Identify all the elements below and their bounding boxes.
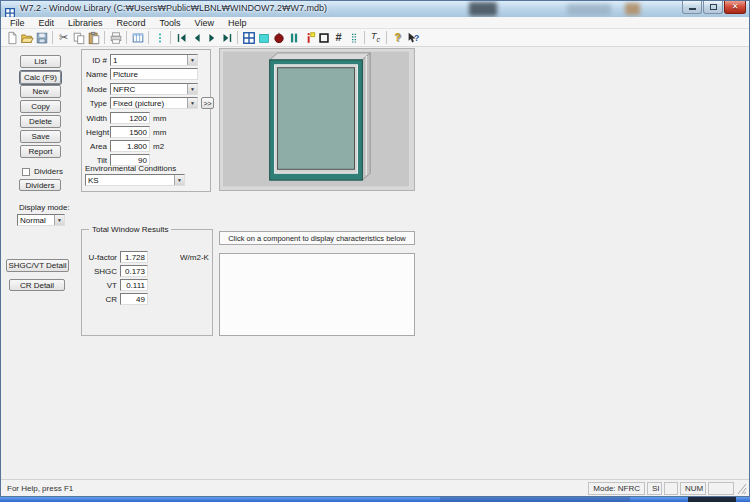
shgc-label: SHGC (86, 267, 117, 276)
report-button[interactable]: Report (20, 145, 61, 158)
display-mode-select[interactable]: Normal ▼ (17, 214, 65, 226)
calc-button[interactable]: Calc (F9) (20, 71, 61, 84)
app-icon (5, 4, 15, 14)
width-unit: mm (153, 114, 166, 123)
id-select[interactable]: 1 ▼ (110, 54, 198, 66)
save-icon[interactable] (34, 30, 49, 46)
id-label: ID # (86, 56, 107, 65)
menu-record[interactable]: Record (110, 17, 153, 29)
chevron-down-icon[interactable]: ▼ (187, 84, 197, 94)
chevron-down-icon[interactable]: ▼ (187, 55, 197, 65)
copy-icon[interactable] (71, 30, 86, 46)
open-icon[interactable] (19, 30, 34, 46)
list-button[interactable]: List (20, 55, 61, 68)
mode-value: NFRC (113, 85, 187, 94)
prev-record-icon[interactable] (189, 30, 204, 46)
menu-edit[interactable]: Edit (32, 17, 62, 29)
type-select[interactable]: Fixed (picture) ▼ (110, 97, 198, 109)
save-button[interactable]: Save (20, 130, 61, 143)
frame-top-face[interactable] (270, 53, 371, 60)
cut-icon[interactable]: ✂ (56, 30, 71, 46)
aero-glass-smudge (469, 2, 497, 16)
environmental-conditions-label: Environmental Conditions (85, 164, 176, 173)
vt-label: VT (86, 281, 117, 290)
id-value: 1 (113, 56, 187, 65)
taskbar-item (440, 497, 630, 502)
aero-glass-smudge (567, 4, 611, 15)
menu-tools[interactable]: Tools (153, 17, 188, 29)
shgc-vt-detail-button[interactable]: SHGC/VT Detail (6, 259, 69, 272)
window-library-icon[interactable] (241, 30, 256, 46)
vt-value: 0.111 (120, 279, 148, 291)
titlebar: W7.2 - Window Library (C:₩Users₩Public₩L… (1, 1, 749, 17)
delete-button[interactable]: Delete (20, 115, 61, 128)
width-label: Width (86, 114, 107, 123)
close-icon: ✕ (732, 3, 739, 11)
aero-glass-smudge (625, 3, 640, 15)
menu-libraries[interactable]: Libraries (61, 17, 110, 29)
window-preview-panel (219, 48, 415, 191)
maximize-button[interactable] (703, 1, 723, 14)
grid-icon[interactable]: # (331, 30, 346, 46)
window-3d-preview[interactable] (220, 49, 414, 190)
menu-help[interactable]: Help (221, 17, 254, 29)
width-field[interactable] (110, 112, 150, 124)
toolbar-separator (170, 31, 171, 44)
new-button[interactable]: New (20, 85, 61, 98)
resize-grip-icon[interactable] (736, 482, 747, 495)
next-record-icon[interactable] (204, 30, 219, 46)
minimize-button[interactable] (682, 1, 702, 14)
chevron-down-icon[interactable]: ▼ (174, 175, 184, 185)
area-field[interactable] (110, 140, 150, 152)
chevron-down-icon[interactable]: ▼ (54, 215, 64, 225)
svg-text:?: ? (413, 32, 418, 42)
mode-label: Mode (86, 85, 107, 94)
maximize-icon (710, 4, 717, 10)
dividers-checkbox[interactable] (22, 168, 30, 176)
print-icon[interactable] (108, 30, 123, 46)
mode-select[interactable]: NFRC ▼ (110, 83, 198, 95)
paste-icon[interactable] (86, 30, 101, 46)
menu-view[interactable]: View (188, 17, 221, 29)
first-record-icon[interactable] (174, 30, 189, 46)
dotted-list-icon[interactable] (346, 30, 361, 46)
new-icon[interactable] (4, 30, 19, 46)
help-icon[interactable]: ? (390, 30, 405, 46)
app-window: W7.2 - Window Library (C:₩Users₩Public₩L… (0, 0, 750, 497)
menu-file[interactable]: File (3, 17, 32, 29)
copy-button[interactable]: Copy (20, 100, 61, 113)
window-title: W7.2 - Window Library (C:₩Users₩Public₩L… (20, 3, 327, 13)
tc-icon[interactable]: Tc (368, 30, 383, 46)
status-mode: Mode: NFRC (588, 482, 645, 495)
name-field[interactable] (110, 68, 198, 80)
height-field[interactable] (110, 126, 150, 138)
dividers-checkbox-label: Dividers (34, 167, 63, 176)
divider-library-icon[interactable] (301, 30, 316, 46)
environmental-conditions-select[interactable]: KS ▼ (85, 174, 185, 186)
glass-library-icon[interactable] (256, 30, 271, 46)
table-view-icon[interactable] (130, 30, 145, 46)
minimize-icon (689, 8, 696, 10)
type-expand-button[interactable]: >> (201, 97, 214, 109)
statusbar: For Help, press F1 Mode: NFRC SI NUM (1, 479, 749, 496)
frame-outline-icon[interactable] (316, 30, 331, 46)
context-help-icon[interactable]: ? (405, 30, 420, 46)
close-button[interactable]: ✕ (724, 1, 746, 14)
dividers-checkbox-row: Dividers (22, 167, 63, 176)
ufactor-unit: W/m2-K (180, 253, 209, 262)
last-record-icon[interactable] (219, 30, 234, 46)
display-mode-label: Display mode: (19, 203, 70, 212)
chevron-down-icon[interactable]: ▼ (187, 98, 197, 108)
display-mode-value: Normal (20, 216, 54, 225)
cr-detail-button[interactable]: CR Detail (9, 279, 65, 291)
glass-pane[interactable] (278, 68, 355, 170)
toolbar-separator (148, 31, 149, 44)
list-view-icon[interactable] (152, 30, 167, 46)
dividers-button[interactable]: Dividers (19, 179, 61, 191)
type-value: Fixed (picture) (113, 99, 187, 108)
frame-library-icon[interactable] (286, 30, 301, 46)
name-label: Name (86, 70, 107, 79)
gas-library-icon[interactable] (271, 30, 286, 46)
cr-label: CR (86, 295, 117, 304)
results-group-title: Total Window Results (89, 225, 171, 234)
